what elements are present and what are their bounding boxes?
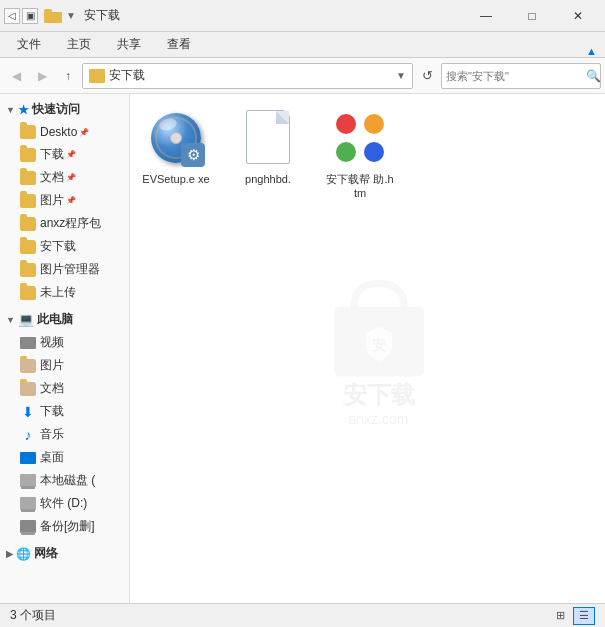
title-text: 安下载 bbox=[84, 7, 463, 24]
sidebar-item-label: 下载 bbox=[40, 146, 64, 163]
sidebar-item-music[interactable]: ♪ 音乐 bbox=[0, 423, 129, 446]
title-bar: ◁ ▣ ▼ 安下载 — □ ✕ bbox=[0, 0, 605, 32]
address-text: 安下载 bbox=[109, 67, 145, 84]
quick-access-header[interactable]: ▼ ★ 快速访问 bbox=[0, 98, 129, 121]
svg-rect-0 bbox=[334, 306, 424, 376]
content-area: 安 安下载 anxz.com bbox=[130, 94, 605, 603]
watermark-bag-svg: 安 bbox=[324, 271, 434, 386]
quick-access-label: 快速访问 bbox=[32, 101, 80, 118]
title-bar-controls: — □ ✕ bbox=[463, 0, 601, 32]
htm-icon-wrapper bbox=[330, 108, 390, 168]
sidebar-item-label: 图片 bbox=[40, 357, 64, 374]
sidebar-item-software-disk[interactable]: 软件 (D:) bbox=[0, 492, 129, 515]
maximize-button[interactable]: □ bbox=[509, 0, 555, 32]
music-icon: ♪ bbox=[20, 427, 36, 443]
tab-home[interactable]: 主页 bbox=[54, 31, 104, 57]
disk-icon bbox=[20, 473, 36, 489]
status-bar: 3 个项目 ⊞ ☰ bbox=[0, 603, 605, 627]
sidebar-item-backup[interactable]: 备份[勿删] bbox=[0, 515, 129, 538]
folder-icon bbox=[20, 262, 36, 278]
folder-icon bbox=[20, 193, 36, 209]
sidebar-item-label: 下载 bbox=[40, 403, 64, 420]
refresh-button[interactable]: ↺ bbox=[415, 64, 439, 88]
svg-text:安: 安 bbox=[371, 336, 386, 352]
address-path[interactable]: 安下载 ▼ bbox=[82, 63, 413, 89]
this-pc-arrow: ▼ bbox=[6, 315, 15, 325]
sidebar-item-pc-downloads[interactable]: ⬇ 下载 bbox=[0, 400, 129, 423]
pictures-icon bbox=[20, 358, 36, 374]
network-header[interactable]: ▶ 🌐 网络 bbox=[0, 542, 129, 565]
ribbon-toggle[interactable]: ▲ bbox=[586, 45, 597, 57]
back-button[interactable]: ◀ bbox=[4, 64, 28, 88]
sidebar-item-label: 桌面 bbox=[40, 449, 64, 466]
download-icon: ⬇ bbox=[20, 404, 36, 420]
sidebar-item-pc-pictures[interactable]: 图片 bbox=[0, 354, 129, 377]
sidebar-item-label: anxz程序包 bbox=[40, 215, 101, 232]
quick-access-icon: ▼ bbox=[66, 10, 76, 21]
folder-icon bbox=[20, 216, 36, 232]
folder-icon bbox=[20, 147, 36, 163]
video-icon bbox=[20, 335, 36, 351]
forward-button[interactable]: ▶ bbox=[30, 64, 54, 88]
file-pnghhbd[interactable]: pnghhbd. bbox=[230, 102, 306, 190]
tab-file[interactable]: 文件 bbox=[4, 31, 54, 57]
evsetup-gear-icon: ⚙ bbox=[181, 143, 205, 167]
sidebar-item-label: 文档 bbox=[40, 169, 64, 186]
sidebar-item-local-disk[interactable]: 本地磁盘 ( bbox=[0, 469, 129, 492]
minimize-button[interactable]: — bbox=[463, 0, 509, 32]
sidebar-item-downloads[interactable]: 下载 📌 bbox=[0, 143, 129, 166]
sidebar-item-anxzload[interactable]: 安下载 bbox=[0, 235, 129, 258]
close-button[interactable]: ✕ bbox=[555, 0, 601, 32]
sidebar-item-documents[interactable]: 文档 📌 bbox=[0, 166, 129, 189]
folder-icon bbox=[20, 124, 36, 140]
sidebar-item-label: 图片管理器 bbox=[40, 261, 100, 278]
search-input[interactable] bbox=[446, 70, 584, 82]
sidebar-item-label: 软件 (D:) bbox=[40, 495, 87, 512]
tab-share[interactable]: 共享 bbox=[104, 31, 154, 57]
list-view-button[interactable]: ☰ bbox=[573, 607, 595, 625]
this-pc-header[interactable]: ▼ 💻 此电脑 bbox=[0, 308, 129, 331]
sidebar-item-desktop-pc[interactable]: 桌面 bbox=[0, 446, 129, 469]
main-area: ▼ ★ 快速访问 Deskto 📌 下载 📌 文档 📌 bbox=[0, 94, 605, 603]
pin-icon: 📌 bbox=[66, 196, 76, 205]
sidebar-item-pc-documents[interactable]: 文档 bbox=[0, 377, 129, 400]
sidebar-item-label: 备份[勿删] bbox=[40, 518, 95, 535]
sidebar-item-imgmanager[interactable]: 图片管理器 bbox=[0, 258, 129, 281]
network-label: 网络 bbox=[34, 545, 58, 562]
sidebar-item-desktop[interactable]: Deskto 📌 bbox=[0, 121, 129, 143]
file-htm[interactable]: 安下载帮 助.htm bbox=[322, 102, 398, 205]
large-icons-view-button[interactable]: ⊞ bbox=[549, 607, 571, 625]
search-box[interactable]: 🔍 bbox=[441, 63, 601, 89]
pin-icon: 📌 bbox=[79, 128, 89, 137]
search-icon: 🔍 bbox=[586, 69, 601, 83]
sidebar-item-label: 图片 bbox=[40, 192, 64, 209]
folder-icon bbox=[20, 285, 36, 301]
sidebar-item-video[interactable]: 视频 bbox=[0, 331, 129, 354]
sidebar-item-label: 音乐 bbox=[40, 426, 64, 443]
folder-icon bbox=[20, 239, 36, 255]
sidebar-item-label: Deskto bbox=[40, 125, 77, 139]
htm-circles bbox=[334, 112, 386, 164]
this-pc-label: 此电脑 bbox=[37, 311, 73, 328]
watermark-text: 安下载 bbox=[343, 378, 415, 410]
png-page bbox=[246, 110, 290, 164]
title-back-icon: ◁ bbox=[4, 8, 20, 24]
pnghhbd-icon-wrapper bbox=[238, 108, 298, 168]
sidebar-item-unsent[interactable]: 未上传 bbox=[0, 281, 129, 304]
sidebar-item-label: 未上传 bbox=[40, 284, 76, 301]
address-chevron: ▼ bbox=[396, 70, 406, 81]
file-evsetup[interactable]: ⚙ EVSetup.e xe bbox=[138, 102, 214, 190]
up-button[interactable]: ↑ bbox=[56, 64, 80, 88]
sidebar-item-anxz[interactable]: anxz程序包 bbox=[0, 212, 129, 235]
this-pc-icon: 💻 bbox=[18, 312, 34, 327]
file-label-evsetup: EVSetup.e xe bbox=[142, 172, 209, 186]
title-bar-icons: ◁ ▣ bbox=[4, 8, 38, 24]
quick-access-star-icon: ★ bbox=[18, 103, 29, 117]
sidebar-item-pictures[interactable]: 图片 📌 bbox=[0, 189, 129, 212]
sidebar: ▼ ★ 快速访问 Deskto 📌 下载 📌 文档 📌 bbox=[0, 94, 130, 603]
sidebar-item-label: 安下载 bbox=[40, 238, 76, 255]
view-buttons: ⊞ ☰ bbox=[549, 607, 595, 625]
tab-view[interactable]: 查看 bbox=[154, 31, 204, 57]
ribbon-tabs: 文件 主页 共享 查看 ▲ bbox=[0, 32, 605, 58]
file-label-pnghhbd: pnghhbd. bbox=[245, 172, 291, 186]
